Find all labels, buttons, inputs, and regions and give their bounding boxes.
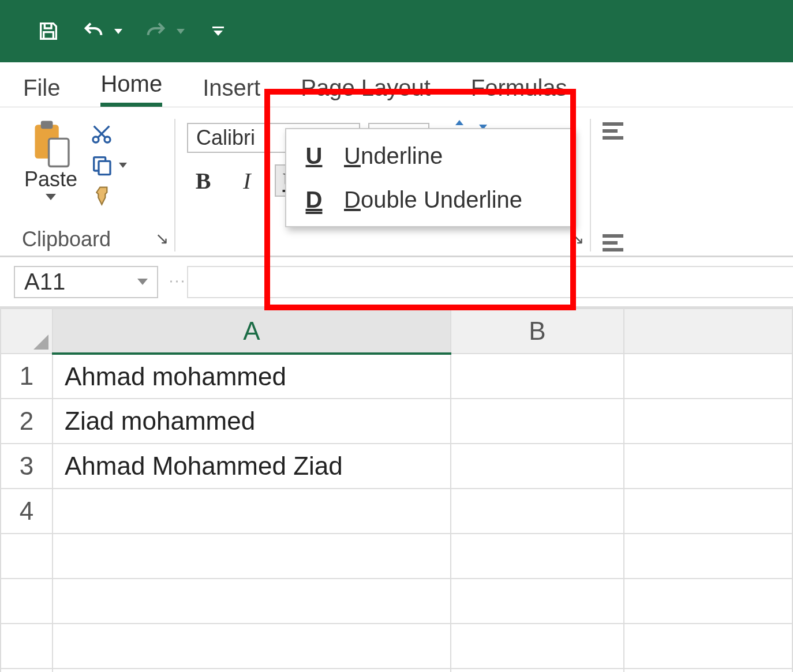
formula-bar-row: A11 ⋮ [0,257,793,308]
column-header-a[interactable]: A [53,309,451,354]
save-icon[interactable] [37,20,60,43]
table-row: 2 Ziad mohammed [1,399,792,444]
align-left-button[interactable] [603,234,672,251]
underline-single-label: Underline [344,143,443,169]
row-header[interactable]: 4 [1,489,53,534]
table-row: 1 Ahmad mohammed [1,354,792,399]
formula-bar[interactable] [187,266,793,298]
cell-b4[interactable] [451,489,624,534]
clipboard-launcher-icon[interactable]: ↘ [155,229,169,248]
tab-formulas[interactable]: Formulas [471,68,567,107]
select-all-triangle[interactable] [1,309,53,354]
svg-rect-7 [99,161,110,174]
table-row: 4 [1,489,792,534]
tab-page-layout[interactable]: Page Layout [301,68,431,107]
bold-button[interactable]: B [187,164,219,197]
row-header[interactable] [1,534,53,579]
font-name-value: Calibri [196,126,255,150]
column-header-b[interactable]: B [451,309,624,354]
undo-icon[interactable] [82,20,105,43]
paste-button[interactable]: Paste [22,119,80,211]
row-header[interactable] [1,624,53,669]
group-label-clipboard: Clipboard [22,224,163,251]
format-painter-button[interactable] [90,185,127,208]
formula-bar-grip[interactable]: ⋮ [158,273,187,291]
chevron-down-icon[interactable] [119,163,127,168]
underline-menu: U Underline D Double Underline [285,128,574,227]
svg-point-4 [93,137,99,142]
tab-insert[interactable]: Insert [203,68,260,107]
underline-double-icon: D [304,187,324,213]
cell-a2[interactable]: Ziad mohammed [53,399,451,444]
cell-c4[interactable] [624,489,792,534]
table-row [1,624,792,669]
svg-rect-2 [41,121,53,129]
copy-button[interactable] [90,153,127,177]
cell-c1[interactable] [624,354,792,399]
tab-file[interactable]: File [23,68,60,107]
chevron-down-icon[interactable] [46,194,56,200]
ribbon-tabs: File Home Insert Page Layout Formulas [0,62,793,107]
svg-rect-3 [49,138,69,166]
group-clipboard: Paste [16,119,175,251]
column-header-c[interactable] [624,309,792,354]
undo-dropdown-icon[interactable] [114,29,122,34]
row-header[interactable]: 2 [1,399,53,444]
worksheet-grid[interactable]: A B 1 Ahmad mohammed 2 Ziad mohammed 3 A… [0,308,793,672]
row-header[interactable]: 3 [1,444,53,489]
cell-a3[interactable]: Ahmad Mohammed Ziad [53,444,451,489]
svg-rect-0 [44,32,54,39]
cell-c2[interactable] [624,399,792,444]
table-row [1,579,792,624]
redo-icon[interactable] [144,20,167,43]
quick-access-toolbar [0,0,793,62]
underline-option-double[interactable]: D Double Underline [286,178,573,222]
name-box[interactable]: A11 [14,266,158,298]
underline-option-single[interactable]: U Underline [286,134,573,178]
underline-single-icon: U [304,143,324,169]
cut-button[interactable] [90,122,127,145]
font-launcher-icon[interactable]: ↘ [571,229,584,248]
paste-label: Paste [24,167,77,192]
name-box-value: A11 [24,269,65,295]
table-row [1,669,792,672]
cell-c3[interactable] [624,444,792,489]
row-header[interactable] [1,669,53,672]
cell-a1[interactable]: Ahmad mohammed [53,354,451,399]
chevron-down-icon[interactable] [137,279,148,285]
customize-qat-icon[interactable] [212,27,224,36]
row-header[interactable]: 1 [1,354,53,399]
cell-a4[interactable] [53,489,451,534]
cell-b1[interactable] [451,354,624,399]
row-header[interactable] [1,579,53,624]
cell-b3[interactable] [451,444,624,489]
italic-button[interactable]: I [231,164,263,197]
svg-point-5 [104,137,110,142]
align-top-button[interactable] [603,122,672,140]
redo-dropdown-icon[interactable] [177,29,185,34]
cell-b2[interactable] [451,399,624,444]
underline-double-label: Double Underline [344,187,522,213]
table-row: 3 Ahmad Mohammed Ziad [1,444,792,489]
table-row [1,534,792,579]
group-alignment [591,119,683,251]
tab-home[interactable]: Home [100,64,162,107]
